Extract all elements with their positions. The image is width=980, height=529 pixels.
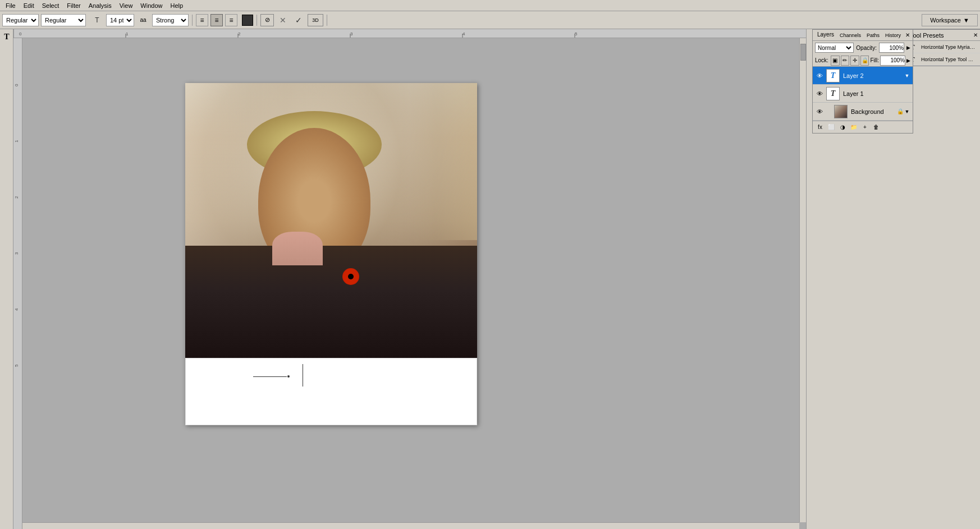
left-toolbox: T [0, 29, 13, 529]
layers-lock-bar: Lock: ▣ ✏ ✛ 🔒 Fill: ▶ [813, 54, 913, 67]
layers-panel: Layers Channels Paths History ✕ Normal O… [812, 29, 913, 134]
layer-row-background[interactable]: 👁 Background 🔒 ▼ [813, 103, 913, 121]
layer-mask-button[interactable]: ⬜ [826, 122, 836, 132]
photo-poppy [342, 268, 359, 285]
fill-input[interactable] [880, 56, 905, 66]
tool-presets-label: Tool Presets [910, 32, 944, 39]
layer2-expand[interactable]: ▼ [904, 72, 910, 79]
tab-channels[interactable]: Channels [837, 31, 863, 39]
toolbar: Regular Regular T 14 pt aa Strong ≡ ≡ ≡ … [0, 11, 980, 29]
svg-text:2: 2 [14, 196, 19, 199]
menu-edit[interactable]: Edit [20, 1, 38, 10]
layer1-visibility-eye[interactable]: 👁 [815, 89, 824, 98]
svg-text:5: 5 [14, 364, 19, 367]
menu-bar: File Edit Select Filter Analysis View Wi… [0, 0, 980, 11]
warp-text-button[interactable]: ⊘ [260, 14, 274, 26]
opacity-input[interactable] [879, 43, 904, 53]
tab-paths[interactable]: Paths [864, 31, 882, 39]
tool-presets-panel: Tool Presets ✕ T Horizontal Type Myriad … [907, 29, 980, 66]
layers-bottom-bar: fx ⬜ ◑ 📁 + 🗑 [813, 121, 913, 133]
background-expand[interactable]: ▼ [904, 108, 910, 115]
svg-text:3: 3 [350, 31, 353, 36]
separator-1 [192, 15, 193, 26]
canvas-text-area[interactable] [185, 358, 477, 425]
canvas-wrapper [185, 83, 477, 425]
opacity-label: Opacity: [856, 45, 877, 51]
menu-help[interactable]: Help [167, 1, 186, 10]
layers-panel-title-bar: Layers Channels Paths History ✕ [813, 30, 913, 41]
background-visibility-eye[interactable]: 👁 [815, 107, 824, 116]
align-center-button[interactable]: ≡ [210, 14, 223, 26]
layers-panel-close[interactable]: ✕ [904, 31, 910, 39]
svg-text:4: 4 [14, 308, 19, 311]
svg-text:4: 4 [462, 31, 465, 36]
workspace-button[interactable]: Workspace ▼ [922, 14, 978, 26]
menu-view[interactable]: View [116, 1, 136, 10]
vertical-scrollbar[interactable] [799, 38, 806, 522]
layer-row-layer2[interactable]: 👁 T Layer 2 ▼ [813, 67, 913, 85]
right-panel: Tool Presets ✕ T Horizontal Type Myriad … [806, 0, 980, 529]
lock-position-button[interactable]: ✛ [850, 56, 859, 66]
tab-layers[interactable]: Layers [815, 30, 836, 40]
tool-preset-item-1[interactable]: T Horizontal Type Myriad Roman 24 p [908, 41, 980, 53]
horizontal-scrollbar[interactable] [22, 522, 799, 529]
fill-arrow[interactable]: ▶ [906, 58, 910, 63]
layer-row-layer1[interactable]: 👁 T Layer 1 [813, 85, 913, 103]
tab-history[interactable]: History [883, 31, 903, 39]
svg-text:3: 3 [14, 252, 19, 255]
ruler-left: 0 1 2 3 4 5 [13, 38, 22, 529]
3d-button[interactable]: 3D [308, 14, 323, 26]
svg-text:1: 1 [14, 140, 19, 142]
photo-canvas[interactable] [185, 83, 477, 358]
background-lock-icon: 🔒 [897, 108, 904, 114]
svg-text:0: 0 [19, 31, 22, 36]
tool-preset-1-label: Horizontal Type Myriad Roman 24 p [921, 44, 977, 50]
font-size-icon: T [90, 13, 104, 27]
layer2-visibility-eye[interactable]: 👁 [815, 71, 824, 80]
tool-preset-2-label: Horizontal Type Tool Myriad Pro Re [921, 57, 977, 62]
antialiasing-dropdown[interactable]: Strong [152, 14, 189, 26]
layer-group-button[interactable]: 📁 [849, 122, 859, 132]
tool-presets-close-btn[interactable]: ✕ [973, 32, 978, 38]
font-size-dropdown[interactable]: 14 pt [106, 14, 134, 26]
layer2-thumbnail: T [826, 69, 840, 82]
align-right-button[interactable]: ≡ [225, 14, 237, 26]
tool-presets-title-bar: Tool Presets ✕ [908, 30, 980, 41]
lock-pixels-button[interactable]: ✏ [841, 56, 850, 66]
font-style-dropdown[interactable]: Regular [41, 14, 86, 26]
lock-transparency-button[interactable]: ▣ [831, 56, 840, 66]
font-family-dropdown[interactable]: Regular [2, 14, 39, 26]
lock-all-button[interactable]: 🔒 [860, 56, 869, 66]
svg-text:1: 1 [126, 31, 129, 36]
svg-text:2: 2 [238, 31, 241, 36]
layer-adjustment-button[interactable]: ◑ [837, 122, 848, 132]
blend-mode-dropdown[interactable]: Normal [815, 43, 854, 53]
background-name: Background [851, 108, 897, 115]
menu-filter[interactable]: Filter [63, 1, 84, 10]
layer-delete-button[interactable]: 🗑 [871, 122, 881, 132]
layer-fx-button[interactable]: fx [815, 122, 825, 132]
lock-label: Lock: [815, 57, 828, 63]
cursor-line-horizontal [253, 376, 287, 377]
menu-file[interactable]: File [2, 1, 19, 10]
opacity-arrow[interactable]: ▶ [906, 45, 910, 50]
confirm-type-button[interactable]: ✓ [292, 13, 305, 27]
align-left-button[interactable]: ≡ [196, 14, 208, 26]
tool-preset-item-2[interactable]: T Horizontal Type Tool Myriad Pro Re [908, 53, 980, 66]
layer-new-button[interactable]: + [860, 122, 870, 132]
type-tool-button[interactable]: T [0, 30, 13, 44]
canvas-area[interactable] [22, 38, 806, 529]
menu-analysis[interactable]: Analysis [85, 1, 115, 10]
photo-shirt [272, 232, 323, 265]
separator-3 [327, 15, 327, 26]
antialiasing-icon: aa [136, 13, 150, 27]
menu-window[interactable]: Window [137, 1, 166, 10]
vertical-scrollbar-thumb[interactable] [800, 44, 806, 61]
text-color-swatch[interactable] [242, 15, 253, 26]
menu-select[interactable]: Select [39, 1, 63, 10]
cancel-type-button[interactable]: ✕ [276, 13, 290, 27]
cursor-dot [287, 375, 290, 378]
ruler-top: 0 1 2 3 4 5 [13, 29, 806, 38]
layers-blend-bar: Normal Opacity: ▶ [813, 41, 913, 54]
separator-2 [257, 15, 257, 26]
